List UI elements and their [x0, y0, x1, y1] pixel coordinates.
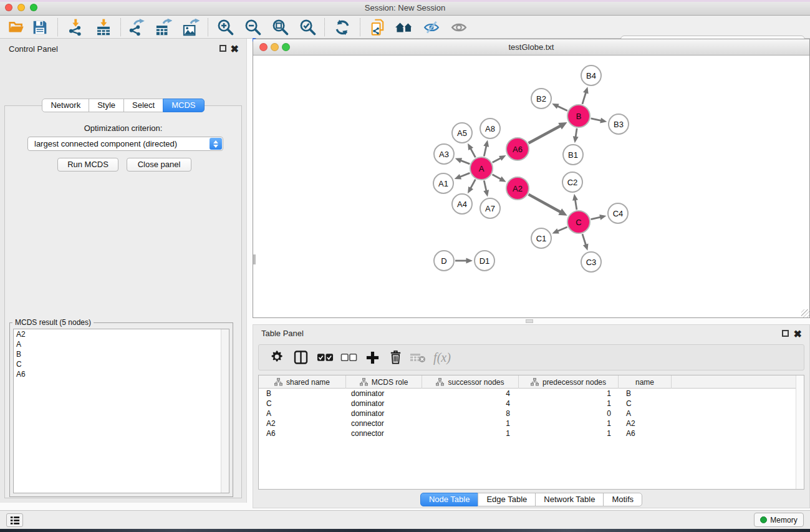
result-item[interactable]: A6	[14, 369, 229, 379]
graph-node-b2[interactable]: B2	[531, 88, 552, 109]
zoom-in-button[interactable]	[214, 17, 238, 37]
network-document-button[interactable]	[366, 17, 390, 37]
graph-node-b4[interactable]: B4	[581, 65, 602, 86]
home-icons	[395, 19, 413, 36]
zoom-out-button[interactable]	[241, 17, 265, 37]
refresh-layout-button[interactable]	[330, 17, 354, 37]
graph-node-a4[interactable]: A4	[451, 193, 473, 215]
tab-motifs[interactable]: Motifs	[603, 493, 642, 506]
table-cell: 1	[422, 418, 519, 428]
zoom-fit-button[interactable]	[269, 17, 292, 37]
graph-node-a[interactable]: A	[470, 157, 493, 180]
result-item[interactable]: B	[14, 349, 229, 359]
import-network-button[interactable]	[64, 17, 87, 37]
show-selected-button[interactable]	[447, 17, 471, 37]
result-list-scrollbar[interactable]	[221, 329, 229, 493]
criterion-dropdown[interactable]: largest connected component (directed)	[27, 137, 223, 151]
graph-node-d1[interactable]: D1	[474, 250, 495, 271]
hide-selected-button[interactable]	[420, 17, 443, 37]
result-item[interactable]: C	[14, 359, 229, 369]
mcds-result-list[interactable]: A2ABCA6	[13, 329, 229, 493]
window-resize-grip[interactable]	[801, 309, 809, 317]
eye-icon	[450, 19, 468, 36]
graph-node-a6[interactable]: A6	[506, 137, 529, 161]
tab-mcds[interactable]: MCDS	[163, 99, 204, 112]
graph-node-b3[interactable]: B3	[608, 114, 629, 135]
export-image-button[interactable]	[179, 17, 203, 37]
column-header-label: MCDS role	[372, 378, 408, 387]
graph-node-c2[interactable]: C2	[562, 172, 583, 193]
table-panel-tabs: Node TableEdge TableNetwork TableMotifs	[253, 493, 809, 506]
splitter-handle[interactable]	[526, 319, 533, 323]
tab-network[interactable]: Network	[42, 99, 89, 112]
tab-select[interactable]: Select	[123, 99, 163, 112]
graph-node-a1[interactable]: A1	[433, 173, 454, 194]
table-settings-gear-button[interactable]	[266, 345, 289, 370]
column-header-label: predecessor nodes	[542, 378, 606, 387]
deselect-all-button[interactable]	[337, 345, 360, 370]
tab-node-table[interactable]: Node Table	[420, 493, 479, 506]
result-item[interactable]: A2	[14, 329, 229, 339]
network-graph-canvas[interactable]: B4B2BB3A8A5A6A3B1AC2A1A2A4A7C4CC1C3DD1	[253, 56, 809, 317]
tab-style[interactable]: Style	[89, 99, 124, 112]
graph-node-a5[interactable]: A5	[451, 122, 473, 143]
control-panel-tabs: NetworkStyleSelectMCDS	[0, 99, 246, 112]
import-table-button[interactable]	[92, 17, 115, 37]
select-all-button[interactable]	[314, 345, 336, 370]
column-header-successor-nodes[interactable]: successor nodes	[422, 375, 519, 389]
graph-left-scrollbar[interactable]	[253, 254, 256, 264]
tab-network-table[interactable]: Network Table	[535, 493, 604, 506]
column-header-MCDS-role[interactable]: MCDS role	[346, 375, 422, 389]
float-panel-icon[interactable]	[219, 45, 226, 52]
table-row[interactable]: Cdominator41C	[259, 399, 804, 409]
tab-edge-table[interactable]: Edge Table	[478, 493, 536, 506]
export-table-button[interactable]	[152, 17, 175, 37]
node-table-body: Bdominator41BCdominator41CAdominator80AA…	[259, 389, 804, 438]
hierarchy-icon	[360, 378, 368, 386]
export-network-button[interactable]	[125, 17, 148, 37]
add-column-button[interactable]	[361, 345, 383, 370]
graph-node-a8[interactable]: A8	[480, 118, 501, 139]
graph-node-a2[interactable]: A2	[506, 177, 529, 200]
delete-column-button[interactable]	[384, 345, 407, 370]
graph-node-b1[interactable]: B1	[562, 144, 584, 165]
table-cell: connector	[346, 418, 422, 428]
table-cell: 4	[422, 389, 519, 399]
run-mcds-button[interactable]: Run MCDS	[57, 158, 118, 172]
memory-button[interactable]: Memory	[754, 513, 804, 527]
function-builder-button[interactable]: f(x)	[431, 345, 453, 370]
export-image-icon	[182, 19, 200, 36]
column-visibility-button[interactable]	[289, 345, 312, 370]
table-scrollbar[interactable]	[796, 375, 804, 489]
table-row[interactable]: A2connector11A2	[259, 418, 804, 428]
table-panel-title: Table Panel	[261, 329, 304, 338]
desktop-background	[0, 529, 810, 532]
table-close-panel-icon[interactable]: ✖	[794, 331, 802, 337]
graph-node-d[interactable]: D	[433, 250, 455, 271]
close-panel-button[interactable]: Close panel	[127, 158, 191, 172]
graph-node-b[interactable]: B	[567, 104, 591, 128]
result-item[interactable]: A	[14, 339, 229, 349]
graph-node-a3[interactable]: A3	[433, 143, 455, 165]
table-float-panel-icon[interactable]	[782, 330, 789, 337]
graph-node-c4[interactable]: C4	[607, 203, 629, 224]
column-header-shared-name[interactable]: shared name	[259, 375, 346, 389]
show-home-grouping-button[interactable]	[392, 17, 416, 37]
column-header-label: successor nodes	[448, 378, 504, 387]
table-row[interactable]: A6connector11A6	[259, 428, 804, 438]
save-session-button[interactable]	[28, 17, 52, 37]
table-row[interactable]: Bdominator41B	[259, 389, 804, 399]
open-session-button[interactable]	[4, 17, 28, 37]
column-header-predecessor-nodes[interactable]: predecessor nodes	[519, 375, 619, 389]
close-panel-icon[interactable]: ✖	[231, 46, 239, 52]
graph-node-a7[interactable]: A7	[480, 198, 501, 219]
graph-node-c1[interactable]: C1	[531, 228, 552, 249]
column-header-name[interactable]: name	[619, 375, 672, 389]
table-row[interactable]: Adominator80A	[259, 409, 804, 418]
graph-node-c[interactable]: C	[567, 210, 591, 234]
task-history-button[interactable]	[6, 513, 23, 527]
column-header-label: name	[635, 378, 654, 387]
zoom-selected-button[interactable]	[296, 17, 320, 37]
graph-node-c3[interactable]: C3	[581, 251, 602, 273]
delete-table-button[interactable]	[407, 345, 429, 370]
